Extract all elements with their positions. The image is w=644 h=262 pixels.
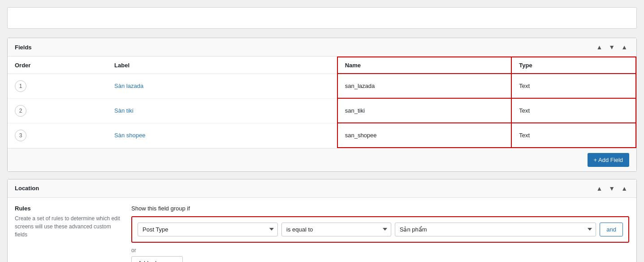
order-number: 1	[15, 80, 26, 92]
cell-type: Text	[511, 123, 636, 148]
fields-collapse-up-btn[interactable]: ▲	[594, 43, 604, 52]
rules-label-section: Rules Create a set of rules to determine…	[15, 205, 122, 262]
field-label-link[interactable]: Sàn shopee	[114, 132, 145, 139]
cell-name: san_tiki	[337, 98, 512, 123]
cell-label: Sàn shopee	[107, 123, 337, 148]
field-label-link[interactable]: Sàn tiki	[114, 107, 134, 114]
fields-table: Order Label Name Type 1 Sàn lazada san_l…	[8, 57, 636, 148]
fields-panel-title: Fields	[15, 44, 32, 51]
rule-row: Post Type is equal to Sản phẩm and	[138, 223, 623, 236]
order-number: 3	[15, 130, 26, 141]
col-header-type: Type	[511, 57, 636, 74]
page-title-input[interactable]: Nút mua hàng	[7, 7, 637, 29]
add-field-bar: + Add Field	[8, 148, 636, 171]
cell-label: Sàn tiki	[107, 98, 337, 123]
location-panel-controls: ▲ ▼ ▲	[594, 184, 629, 193]
cell-name: san_shopee	[337, 123, 512, 148]
add-rule-group-button[interactable]: Add rule group	[131, 256, 183, 262]
location-panel: Location ▲ ▼ ▲ Rules Create a set of rul…	[7, 179, 637, 262]
cell-order: 3	[8, 123, 107, 148]
or-label: or	[131, 247, 629, 253]
location-collapse-down-btn[interactable]: ▼	[607, 184, 617, 193]
order-number: 2	[15, 105, 26, 117]
fields-panel: Fields ▲ ▼ ▲ Order Label Name Type 1 Sàn…	[7, 38, 637, 172]
fields-panel-controls: ▲ ▼ ▲	[594, 43, 629, 52]
location-toggle-btn[interactable]: ▲	[619, 184, 629, 193]
add-field-button[interactable]: + Add Field	[588, 153, 629, 167]
cell-name: san_lazada	[337, 74, 512, 98]
fields-collapse-down-btn[interactable]: ▼	[607, 43, 617, 52]
and-button[interactable]: and	[600, 223, 623, 236]
col-header-label: Label	[107, 57, 337, 74]
location-panel-header: Location ▲ ▼ ▲	[8, 179, 636, 198]
fields-toggle-btn[interactable]: ▲	[619, 43, 629, 52]
table-row: 2 Sàn tiki san_tiki Text	[8, 98, 636, 123]
cell-order: 2	[8, 98, 107, 123]
location-panel-title: Location	[15, 185, 39, 192]
cell-type: Text	[511, 98, 636, 123]
location-collapse-up-btn[interactable]: ▲	[594, 184, 604, 193]
cell-type: Text	[511, 74, 636, 98]
location-body: Rules Create a set of rules to determine…	[8, 198, 636, 262]
table-row: 3 Sàn shopee san_shopee Text	[8, 123, 636, 148]
col-header-order: Order	[8, 57, 107, 74]
show-if-label: Show this field group if	[131, 205, 629, 212]
field-label-link[interactable]: Sàn lazada	[114, 83, 143, 89]
rule-group-box: Post Type is equal to Sản phẩm and	[131, 216, 629, 243]
cell-order: 1	[8, 74, 107, 98]
fields-panel-header: Fields ▲ ▼ ▲	[8, 38, 636, 57]
post-type-select[interactable]: Post Type	[138, 223, 278, 236]
rules-title: Rules	[15, 205, 122, 212]
san-pham-select[interactable]: Sản phẩm	[395, 223, 596, 236]
rules-content: Show this field group if Post Type is eq…	[131, 205, 629, 262]
cell-label: Sàn lazada	[107, 74, 337, 98]
col-header-name: Name	[337, 57, 512, 74]
fields-table-header-row: Order Label Name Type	[8, 57, 636, 74]
rules-description: Create a set of rules to determine which…	[15, 214, 122, 239]
is-equal-to-select[interactable]: is equal to	[281, 223, 391, 236]
table-row: 1 Sàn lazada san_lazada Text	[8, 74, 636, 98]
